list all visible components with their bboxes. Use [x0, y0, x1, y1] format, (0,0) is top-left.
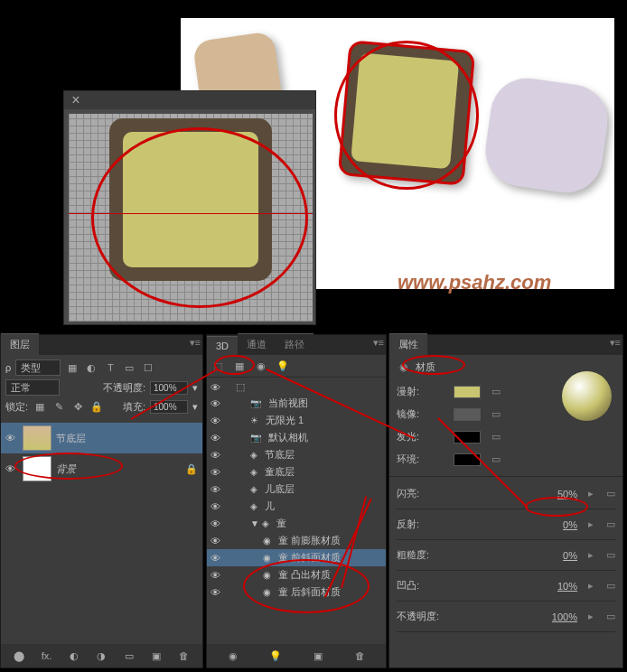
new-icon[interactable]: ▣: [311, 649, 325, 663]
layer-kind-dropdown[interactable]: 类型: [15, 359, 61, 376]
tab-paths[interactable]: 路径: [276, 333, 314, 355]
visibility-icon[interactable]: 👁: [211, 433, 223, 443]
filter-smart-icon[interactable]: ☐: [141, 360, 155, 375]
visibility-icon[interactable]: 👁: [211, 570, 223, 581]
tree-item[interactable]: 👁▼ ◈童: [207, 515, 386, 532]
panel-menu-icon[interactable]: ▾≡: [610, 337, 621, 349]
visibility-icon[interactable]: 👁: [211, 450, 223, 461]
filter-type-icon[interactable]: T: [103, 360, 117, 375]
texture-folder-icon[interactable]: ▭: [606, 580, 615, 592]
blend-mode-dropdown[interactable]: 正常: [5, 379, 60, 396]
tree-item[interactable]: 👁◉童 前斜面材质: [207, 549, 386, 566]
close-icon[interactable]: ×: [69, 93, 83, 107]
prop-value[interactable]: 0%: [538, 519, 581, 530]
layer-item[interactable]: 👁 背景 🔒: [1, 453, 202, 484]
tree-item[interactable]: 👁◈节底层: [207, 446, 386, 463]
slider-icon[interactable]: ▸: [588, 580, 594, 592]
filter-mesh-icon[interactable]: ▦: [232, 359, 247, 373]
visibility-icon[interactable]: 👁: [211, 415, 223, 426]
texture-folder-icon[interactable]: ▭: [606, 488, 615, 499]
texture-folder-icon[interactable]: ▭: [491, 431, 501, 443]
slider-icon[interactable]: ▸: [588, 611, 594, 622]
tree-item[interactable]: 👁◈儿底层: [207, 481, 386, 498]
tree-item[interactable]: 👁📷当前视图: [207, 395, 386, 412]
prop-value[interactable]: 10%: [538, 581, 581, 592]
trash-icon[interactable]: 🗑: [177, 649, 192, 663]
lock-position-icon[interactable]: ✥: [70, 399, 85, 414]
slider-icon[interactable]: ▸: [588, 549, 594, 561]
visibility-icon[interactable]: 👁: [5, 463, 18, 474]
fill-input[interactable]: 100%: [150, 400, 188, 414]
detail-panel-header[interactable]: ×: [64, 91, 315, 109]
prop-value[interactable]: 0%: [538, 550, 581, 561]
tree-item[interactable]: 👁☀无限光 1: [207, 412, 386, 429]
opacity-input[interactable]: 100%: [150, 381, 188, 395]
panel-menu-icon[interactable]: ▾≡: [190, 337, 201, 349]
folder-icon[interactable]: ▭: [122, 649, 136, 663]
detail-view-panel[interactable]: ×: [63, 90, 316, 325]
tree-item[interactable]: 👁◈儿: [207, 498, 386, 515]
visibility-icon[interactable]: 👁: [5, 433, 18, 443]
layer-item[interactable]: 👁 节底层: [1, 423, 202, 453]
color-swatch[interactable]: [454, 453, 481, 466]
texture-folder-icon[interactable]: ▭: [606, 549, 615, 561]
filter-material-icon[interactable]: ◉: [254, 359, 268, 373]
visibility-icon[interactable]: 👁: [211, 553, 223, 564]
visibility-icon[interactable]: 👁: [211, 382, 223, 393]
material-preview-sphere[interactable]: [562, 371, 612, 421]
chevron-down-icon[interactable]: ▾: [192, 401, 198, 413]
texture-folder-icon[interactable]: ▭: [606, 518, 615, 530]
chevron-down-icon[interactable]: ▾: [192, 382, 198, 394]
visibility-icon[interactable]: 👁: [211, 398, 223, 409]
tab-layers[interactable]: 图层: [1, 333, 39, 355]
prop-value[interactable]: 100%: [538, 611, 581, 622]
tree-item[interactable]: 👁◉童 凸出材质: [207, 566, 386, 583]
texture-folder-icon[interactable]: ▭: [491, 386, 501, 397]
slider-icon[interactable]: ▸: [588, 488, 594, 499]
texture-folder-icon[interactable]: ▭: [491, 453, 501, 465]
visibility-icon[interactable]: 👁: [211, 536, 223, 546]
filter-scene-icon[interactable]: ⬚: [211, 359, 225, 373]
prop-value[interactable]: 50%: [538, 489, 581, 499]
texture-folder-icon[interactable]: ▭: [491, 408, 501, 420]
tab-channels[interactable]: 通道: [238, 333, 276, 355]
lock-paint-icon[interactable]: ✎: [51, 399, 66, 414]
visibility-icon[interactable]: 👁: [211, 484, 223, 495]
visibility-icon[interactable]: 👁: [211, 587, 223, 598]
slider-icon[interactable]: ▸: [588, 518, 594, 530]
filter-light-icon[interactable]: 💡: [276, 359, 290, 373]
link-layers-icon[interactable]: ⬤: [12, 649, 26, 663]
tree-item-env[interactable]: 👁⬚: [207, 379, 386, 395]
tab-3d[interactable]: 3D: [207, 336, 238, 355]
layer-thumbnail[interactable]: [23, 456, 51, 481]
color-swatch[interactable]: [454, 431, 481, 443]
tree-item[interactable]: 👁◉童 前膨胀材质: [207, 532, 386, 549]
tab-properties[interactable]: 属性: [389, 333, 427, 355]
texture-folder-icon[interactable]: ▭: [606, 611, 615, 622]
filter-adjust-icon[interactable]: ◐: [84, 360, 98, 375]
tree-item[interactable]: 👁◈童底层: [207, 463, 386, 481]
visibility-icon[interactable]: 👁: [211, 467, 223, 478]
light-icon[interactable]: 💡: [268, 649, 283, 663]
panel-menu-icon[interactable]: ▾≡: [373, 337, 384, 349]
layer-name[interactable]: 背景: [56, 462, 76, 476]
filter-shape-icon[interactable]: ▭: [122, 360, 136, 375]
filter-pixel-icon[interactable]: ▦: [65, 360, 80, 375]
lock-all-icon[interactable]: 🔒: [89, 399, 104, 414]
lock-transparent-icon[interactable]: ▦: [33, 399, 47, 414]
render-icon[interactable]: ◉: [226, 649, 240, 663]
layer-thumbnail[interactable]: [23, 425, 51, 451]
tree-item[interactable]: 👁📷默认相机: [207, 429, 386, 446]
layer-name[interactable]: 节底层: [56, 432, 86, 445]
color-swatch[interactable]: [454, 408, 481, 421]
mask-icon[interactable]: ◐: [67, 649, 81, 663]
visibility-icon[interactable]: 👁: [211, 501, 223, 512]
fx-icon[interactable]: fx.: [40, 649, 54, 663]
adjustment-icon[interactable]: ◑: [94, 649, 108, 663]
tree-item[interactable]: 👁◉童 后斜面材质: [207, 583, 386, 601]
tree-label: 童: [276, 517, 286, 530]
visibility-icon[interactable]: 👁: [211, 518, 223, 529]
trash-icon[interactable]: 🗑: [353, 649, 368, 663]
color-swatch[interactable]: [454, 386, 481, 398]
new-layer-icon[interactable]: ▣: [149, 649, 164, 663]
